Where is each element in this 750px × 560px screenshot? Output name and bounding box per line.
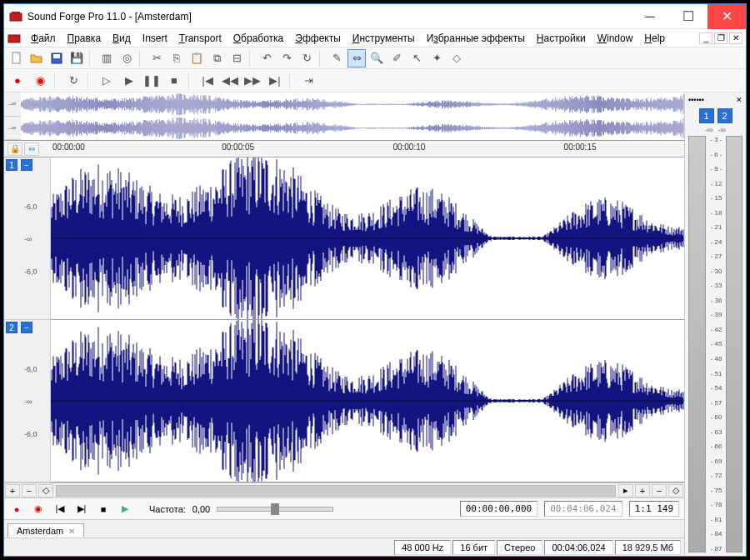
tab-amsterdam[interactable]: Amsterdam ✕ (8, 523, 84, 538)
menu-effects[interactable]: Эффекты (290, 31, 346, 46)
scroll-button[interactable]: ⇔ (24, 142, 39, 156)
menu-transport[interactable]: Transport (174, 31, 227, 46)
bb-arm[interactable]: ◉ (31, 502, 46, 517)
bb-start[interactable]: |◀ (52, 502, 68, 517)
stop-button[interactable]: ■ (164, 71, 184, 91)
hzoom-out[interactable]: − (652, 484, 667, 498)
cursor-tool[interactable]: ◇ (448, 49, 466, 68)
waveform-ch2[interactable] (51, 320, 684, 482)
loop-button[interactable]: ↻ (63, 71, 83, 91)
open-button[interactable] (28, 49, 46, 68)
mdi-restore[interactable]: ❐ (714, 32, 728, 44)
bb-end[interactable]: ▶| (74, 502, 89, 517)
pause-button[interactable]: ❚❚ (142, 71, 162, 91)
close-button[interactable]: ✕ (708, 4, 746, 29)
channel-minimize-1[interactable]: − (21, 159, 32, 171)
menu-tools[interactable]: Инструменты (348, 31, 420, 46)
magnify-tool[interactable]: ⇔ (348, 49, 366, 68)
meter-body: - 3 -- 6 -- 9 -- 12- 15- 18- 21- 24- 27-… (687, 134, 744, 554)
meter-close-icon[interactable]: ✕ (736, 96, 742, 104)
play-all-button[interactable]: ▷ (97, 71, 117, 91)
svg-rect-1 (12, 12, 20, 14)
trim-button[interactable]: ⊟ (228, 49, 246, 68)
track-label-1: 1 − -6,0 -∞ -6,0 (4, 158, 50, 320)
goto-start-button[interactable]: |◀ (198, 71, 218, 91)
status-memory: 18 929,5 Мб (615, 540, 681, 555)
menu-process[interactable]: Обработка (228, 31, 289, 46)
hzoom-in[interactable]: + (635, 484, 650, 498)
lock-button[interactable]: 🔒 (8, 142, 22, 156)
paste-button[interactable]: 📋 (188, 49, 206, 68)
time-ruler-row: 🔒 ⇔ 00:00:00 00:00:05 00:00:10 00:00:15 (4, 141, 684, 158)
mix-button[interactable]: ⧉ (208, 49, 226, 68)
cut-button[interactable]: ✂ (148, 49, 166, 68)
publish-button[interactable]: ◎ (118, 49, 136, 68)
scroll-thumb[interactable] (57, 486, 615, 496)
mdi-minimize[interactable]: _ (699, 32, 712, 44)
edit-tool[interactable]: ✎ (328, 49, 346, 68)
save-button[interactable] (48, 49, 66, 68)
bb-stop[interactable]: ■ (96, 502, 111, 517)
vzoom-out[interactable]: − (22, 484, 37, 498)
tab-close-icon[interactable]: ✕ (68, 527, 75, 536)
rate-value: 0,00 (192, 504, 210, 514)
waveform-ch1[interactable] (51, 158, 684, 320)
undo-button[interactable]: ↶ (258, 49, 276, 68)
zoom-tool[interactable]: 🔍 (368, 49, 386, 68)
saveas-button[interactable]: 💾 (68, 49, 86, 68)
overview-waveform[interactable] (21, 92, 684, 140)
zoom-ratio[interactable]: 1:1 149 (629, 501, 679, 517)
rate-slider[interactable] (217, 507, 333, 512)
menu-edit[interactable]: Правка (62, 31, 107, 46)
bb-record[interactable]: ● (9, 502, 24, 517)
play-button[interactable]: ▶ (119, 71, 139, 91)
forward-button[interactable]: ▶▶ (242, 71, 262, 91)
copy-button[interactable]: ⎘ (168, 49, 186, 68)
envelope-tool[interactable]: ✦ (428, 49, 446, 68)
render-button[interactable]: ▥ (98, 49, 116, 68)
arm-record-button[interactable]: ◉ (30, 71, 50, 91)
repeat-button[interactable]: ↻ (298, 49, 316, 68)
vzoom-fit[interactable]: ◇ (38, 484, 53, 498)
vzoom-in[interactable]: + (5, 484, 20, 498)
bb-play[interactable]: ▶ (118, 502, 132, 517)
window-controls: ─ ☐ ✕ (631, 4, 746, 29)
menu-settings[interactable]: Настройки (532, 31, 591, 46)
slider-thumb[interactable] (271, 503, 279, 515)
maximize-button[interactable]: ☐ (669, 4, 708, 29)
time-position[interactable]: 00:00:00,000 (460, 501, 538, 517)
channel-badge-2[interactable]: 2 (6, 322, 18, 333)
time-end[interactable]: 00:04:06,024 (544, 501, 622, 517)
menu-file[interactable]: Файл (26, 31, 61, 46)
menu-view[interactable]: Вид (108, 31, 136, 46)
meter-bar-2 (726, 136, 743, 552)
rewind-button[interactable]: ◀◀ (220, 71, 240, 91)
event-tool[interactable]: ↖ (408, 49, 426, 68)
record-button[interactable]: ● (8, 71, 28, 91)
menu-window[interactable]: Window (592, 31, 638, 46)
ruler-tools: 🔒 ⇔ (4, 141, 51, 157)
time-ruler[interactable]: 00:00:00 00:00:05 00:00:10 00:00:15 (51, 141, 684, 157)
channel-minimize-2[interactable]: − (21, 322, 32, 333)
track-labels: 1 − -6,0 -∞ -6,0 2 − -6,0 -∞ -6,0 (4, 158, 51, 482)
main-toolbar: 💾 ▥ ◎ ✂ ⎘ 📋 ⧉ ⊟ ↶ ↷ ↻ ✎ ⇔ 🔍 ✐ ↖ ✦ ◇ (4, 48, 746, 69)
menu-insert[interactable]: Insert (138, 31, 172, 46)
scroll-right[interactable]: ▸ (618, 484, 633, 498)
meter-ch2[interactable]: 2 (718, 108, 732, 123)
redo-button[interactable]: ↷ (278, 49, 296, 68)
overview-panel[interactable]: -∞ -∞ (4, 92, 684, 141)
mdi-close[interactable]: ✕ (729, 32, 742, 44)
meter-ch1[interactable]: 1 (699, 108, 714, 123)
goto-next-button[interactable]: ⇥ (298, 71, 318, 91)
channel-badge-1[interactable]: 1 (6, 159, 18, 171)
track-waveforms[interactable] (51, 158, 684, 482)
menu-help[interactable]: Help (639, 31, 670, 46)
minimize-button[interactable]: ─ (631, 4, 669, 29)
meter-grip[interactable]: •••••• (688, 96, 704, 104)
goto-end-button[interactable]: ▶| (265, 71, 285, 91)
hzoom-fit[interactable]: ◇ (668, 484, 683, 498)
menu-favorites[interactable]: Избранные эффекты (422, 31, 530, 46)
new-button[interactable] (8, 49, 26, 68)
pencil-tool[interactable]: ✐ (388, 49, 406, 68)
scrollbar[interactable] (56, 485, 616, 497)
